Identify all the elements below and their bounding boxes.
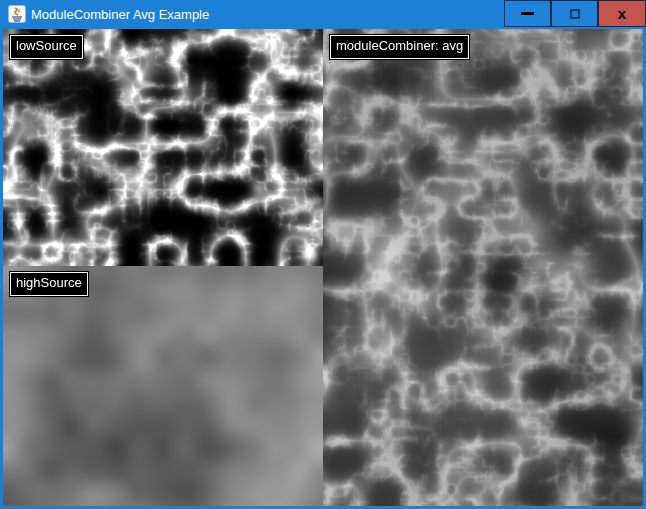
close-icon: x (618, 6, 626, 21)
high-source-label: highSource (10, 272, 88, 296)
maximize-button[interactable] (551, 0, 598, 27)
window-controls: x (504, 0, 646, 27)
java-coffee-icon (8, 5, 26, 23)
low-source-canvas (3, 29, 323, 266)
high-source-canvas (3, 266, 323, 506)
maximize-icon (570, 9, 580, 19)
minimize-button[interactable] (504, 0, 551, 27)
app-window: ModuleCombiner Avg Example x lowSource h… (0, 0, 646, 509)
module-combiner-avg-label: moduleCombiner: avg (330, 35, 469, 59)
module-combiner-avg-canvas (323, 29, 643, 506)
render-area: lowSource highSource moduleCombiner: avg (0, 29, 646, 509)
low-source-label: lowSource (10, 35, 83, 59)
title-bar[interactable]: ModuleCombiner Avg Example x (0, 0, 646, 29)
panel-module-combiner-avg: moduleCombiner: avg (323, 29, 643, 506)
panel-high-source: highSource (3, 266, 323, 506)
minimize-icon (521, 12, 534, 15)
panel-low-source: lowSource (3, 29, 323, 266)
close-button[interactable]: x (598, 0, 646, 27)
window-title: ModuleCombiner Avg Example (31, 0, 209, 29)
